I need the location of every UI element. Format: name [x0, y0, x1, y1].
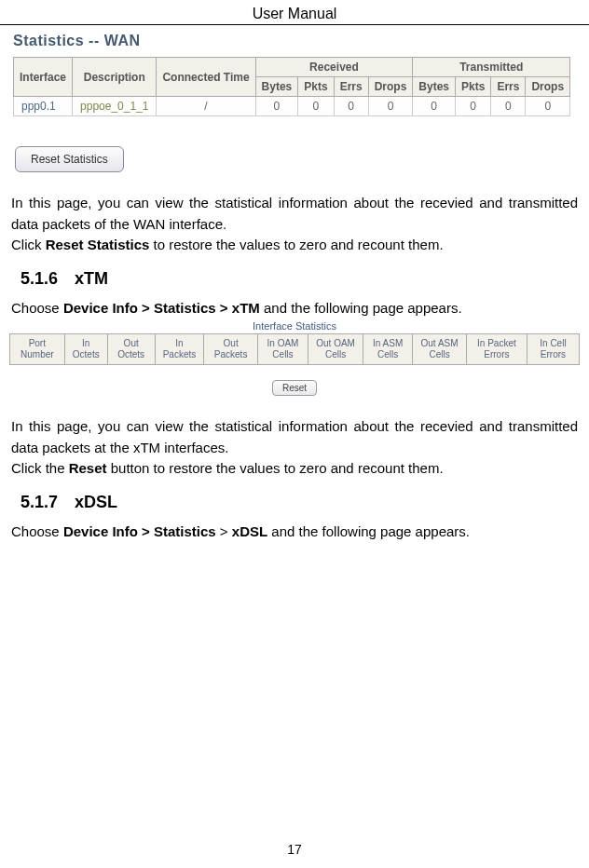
text: button to restore the values to zero and… — [107, 460, 444, 476]
col-bytes-rx: Bytes — [255, 77, 298, 97]
xtm-col: Out Octets — [107, 334, 155, 365]
xtm-stats-table: Port Number In Octets Out Octets In Pack… — [9, 333, 580, 365]
xtm-caption: Interface Statistics — [9, 320, 580, 332]
text: Choose — [11, 523, 63, 539]
paragraph: Choose Device Info > Statistics > xDSL a… — [11, 522, 578, 543]
text: and the following page appears. — [267, 523, 470, 539]
col-errs-tx: Errs — [491, 77, 526, 97]
section-number: 5.1.6 — [21, 269, 58, 289]
section-heading-xtm: 5.1.6xTM — [21, 269, 580, 289]
cell-value: 0 — [413, 97, 456, 116]
bold-text: Device Info > Statistics — [63, 523, 216, 539]
cell-connected-time: / — [157, 97, 255, 116]
col-drops-tx: Drops — [526, 77, 570, 97]
bold-text: Reset — [69, 460, 107, 476]
cell-value: 0 — [526, 97, 570, 116]
xtm-col: In Packets — [155, 334, 204, 365]
col-pkts-tx: Pkts — [456, 77, 491, 97]
xtm-col: In OAM Cells — [257, 334, 308, 365]
reset-statistics-button[interactable]: Reset Statistics — [15, 146, 124, 172]
text: Click the — [11, 460, 69, 476]
cell-value: 0 — [456, 97, 491, 116]
cell-value: 0 — [298, 97, 334, 116]
bold-text: Reset Statistics — [46, 237, 150, 252]
page-number: 17 — [0, 842, 589, 857]
text: Click — [11, 237, 46, 252]
xtm-col: In Cell Errors — [527, 334, 579, 365]
xtm-col: Out ASM Cells — [413, 334, 467, 365]
xtm-reset-button[interactable]: Reset — [272, 380, 317, 396]
col-interface: Interface — [14, 58, 73, 97]
xtm-col: In Octets — [64, 334, 107, 365]
paragraph: In this page, you can view the statistic… — [11, 193, 578, 235]
col-pkts-rx: Pkts — [298, 77, 334, 97]
bold-text: Device Info > Statistics > xTM — [63, 300, 260, 316]
table-row: ppp0.1 pppoe_0_1_1 / 0 0 0 0 0 0 0 0 — [14, 97, 570, 116]
xtm-col: Out Packets — [204, 334, 257, 365]
bold-text: xDSL — [232, 523, 267, 539]
xtm-col: In Packet Errors — [466, 334, 527, 365]
col-transmitted: Transmitted — [413, 58, 570, 77]
wan-stats-table: Interface Description Connected Time Rec… — [13, 57, 570, 116]
text: and the following page appears. — [260, 300, 462, 316]
section-title: xDSL — [75, 493, 117, 511]
cell-value: 0 — [491, 97, 526, 116]
cell-interface: ppp0.1 — [14, 97, 73, 116]
col-description: Description — [73, 58, 157, 97]
cell-value: 0 — [255, 97, 298, 116]
xtm-col: Port Number — [10, 334, 65, 365]
paragraph: Click Reset Statistics to restore the va… — [11, 235, 578, 256]
cell-value: 0 — [334, 97, 368, 116]
paragraph: Choose Device Info > Statistics > xTM an… — [11, 298, 578, 319]
xtm-col: In ASM Cells — [363, 334, 413, 365]
section-number: 5.1.7 — [21, 493, 58, 512]
section-heading-xdsl: 5.1.7xDSL — [21, 493, 580, 512]
col-received: Received — [255, 58, 413, 77]
wan-panel-title: Statistics -- WAN — [9, 25, 580, 55]
doc-header-title: User Manual — [0, 0, 589, 25]
cell-value: 0 — [368, 97, 413, 116]
text: > — [216, 523, 232, 539]
paragraph: In this page, you can view the statistic… — [11, 416, 578, 458]
text: Choose — [11, 300, 63, 316]
col-drops-rx: Drops — [368, 77, 413, 97]
col-errs-rx: Errs — [334, 77, 368, 97]
paragraph: Click the Reset button to restore the va… — [11, 458, 578, 480]
section-title: xTM — [75, 269, 108, 288]
col-connected-time: Connected Time — [157, 58, 255, 97]
cell-description: pppoe_0_1_1 — [73, 97, 157, 116]
col-bytes-tx: Bytes — [413, 77, 456, 97]
xtm-col: Out OAM Cells — [308, 334, 363, 365]
text: to restore the values to zero and recoun… — [149, 237, 443, 252]
